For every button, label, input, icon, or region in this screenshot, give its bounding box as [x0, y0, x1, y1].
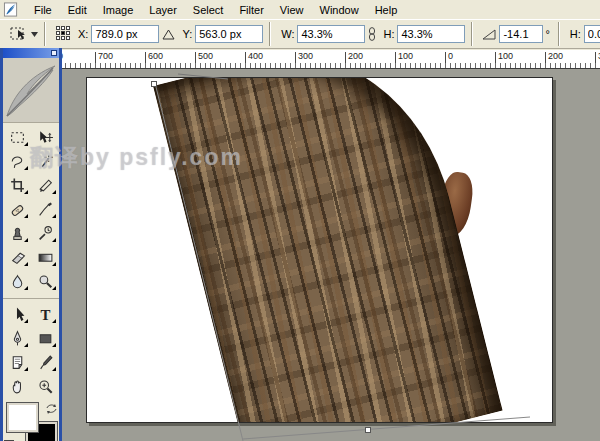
options-bar: X: Y: W: H: ° H: ° — [0, 20, 600, 49]
tool-crop[interactable] — [3, 173, 31, 197]
ruler-tick-label: 500 — [198, 51, 213, 61]
ruler-tick-label: 100 — [398, 51, 413, 61]
color-swatches — [3, 401, 59, 441]
tool-blur[interactable] — [3, 269, 31, 293]
x-label: X: — [78, 28, 88, 40]
menu-window[interactable]: Window — [312, 2, 367, 18]
magic-wand-icon — [37, 153, 54, 170]
menu-layer[interactable]: Layer — [141, 2, 185, 18]
menu-filter[interactable]: Filter — [231, 2, 271, 18]
y-position-field[interactable] — [195, 25, 263, 43]
brush-icon — [37, 201, 54, 218]
ruler-major-tick — [345, 52, 346, 68]
eraser-icon — [9, 249, 26, 266]
tool-magic-wand[interactable] — [31, 149, 59, 173]
move-icon — [37, 129, 54, 146]
tool-zoom[interactable] — [31, 374, 59, 398]
ruler-major-tick — [595, 52, 596, 68]
tool-type[interactable]: T — [31, 302, 59, 326]
transform-bottom-handle[interactable] — [366, 428, 371, 433]
menu-file[interactable]: File — [26, 2, 60, 18]
toolbox-close-button[interactable] — [51, 50, 57, 56]
shape-icon — [37, 330, 54, 347]
ruler-major-tick — [95, 52, 96, 68]
pen-icon — [9, 330, 26, 347]
h-skew-label: H: — [570, 28, 581, 40]
horizontal-skew-field[interactable] — [584, 25, 600, 43]
ruler-tick-label: 400 — [248, 51, 263, 61]
ruler-major-tick — [495, 52, 496, 68]
tool-move[interactable] — [31, 125, 59, 149]
relative-position-delta-icon[interactable] — [162, 29, 175, 40]
transform-corner-handle[interactable] — [152, 82, 157, 87]
transform-tool-icon — [9, 25, 29, 43]
ruler-tick-label: 800 — [62, 51, 63, 61]
x-position-field[interactable] — [91, 25, 159, 43]
history-brush-icon — [37, 225, 54, 242]
ruler-major-tick — [545, 52, 546, 68]
ruler-major-tick — [245, 52, 246, 68]
ruler-major-tick — [395, 52, 396, 68]
tool-eyedropper[interactable] — [31, 350, 59, 374]
tool-clone-stamp[interactable] — [3, 221, 31, 245]
svg-text:T: T — [40, 306, 50, 322]
zoom-icon — [37, 378, 54, 395]
menu-select[interactable]: Select — [185, 2, 232, 18]
menu-bar: FileEditImageLayerSelectFilterViewWindow… — [0, 0, 600, 20]
options-separator — [44, 22, 46, 46]
lasso-icon — [9, 153, 26, 170]
ruler-major-tick — [145, 52, 146, 68]
dodge-icon — [37, 273, 54, 290]
tool-healing-brush[interactable] — [3, 197, 31, 221]
menu-help[interactable]: Help — [367, 2, 406, 18]
link-dimensions-icon[interactable] — [368, 27, 376, 41]
scale-width-field[interactable] — [297, 25, 365, 43]
tool-gradient[interactable] — [31, 245, 59, 269]
toolbox-palette: T — [0, 48, 62, 441]
tool-lasso[interactable] — [3, 149, 31, 173]
chevron-down-icon — [31, 32, 38, 37]
tool-dodge[interactable] — [31, 269, 59, 293]
tool-notes[interactable] — [3, 350, 31, 374]
crop-icon — [9, 177, 26, 194]
notes-icon — [9, 354, 26, 371]
tool-shape[interactable] — [31, 326, 59, 350]
tool-grid: T — [3, 123, 59, 398]
tool-pen[interactable] — [3, 326, 31, 350]
ruler-tick-label: 100 — [498, 51, 513, 61]
type-icon: T — [37, 306, 54, 323]
swap-colors-icon[interactable] — [45, 401, 58, 419]
menu-image[interactable]: Image — [95, 2, 142, 18]
height-label: H: — [383, 28, 394, 40]
ruler-major-tick — [295, 52, 296, 68]
menu-edit[interactable]: Edit — [60, 2, 95, 18]
current-tool-preview[interactable] — [9, 23, 38, 45]
rotation-angle-field[interactable] — [499, 25, 543, 43]
tool-history-brush[interactable] — [31, 221, 59, 245]
healing-brush-icon — [9, 201, 26, 218]
free-transform-outline — [62, 50, 600, 441]
toolbox-feather-logo — [3, 58, 59, 123]
foreground-color-swatch[interactable] — [7, 403, 38, 432]
scale-height-field[interactable] — [397, 25, 465, 43]
clone-stamp-icon — [9, 225, 26, 242]
ruler-tick-label: 700 — [98, 51, 113, 61]
reference-point-locator[interactable] — [56, 26, 70, 42]
tool-brush[interactable] — [31, 197, 59, 221]
path-selection-icon — [9, 306, 26, 323]
ruler-tick-label: 200 — [548, 51, 563, 61]
toolbox-titlebar[interactable] — [3, 48, 59, 58]
ruler-major-tick — [195, 52, 196, 68]
menu-view[interactable]: View — [272, 2, 312, 18]
tool-eraser[interactable] — [3, 245, 31, 269]
tool-hand[interactable] — [3, 374, 31, 398]
horizontal-ruler[interactable]: 8007006005004003002001000100200300 — [62, 50, 600, 69]
tool-rectangular-marquee[interactable] — [3, 125, 31, 149]
gradient-icon — [37, 249, 54, 266]
y-label: Y: — [182, 28, 192, 40]
ruler-tick-label: 0 — [448, 51, 453, 61]
slice-icon — [37, 177, 54, 194]
ruler-tick-label: 300 — [298, 51, 313, 61]
tool-path-selection[interactable] — [3, 302, 31, 326]
tool-slice[interactable] — [31, 173, 59, 197]
